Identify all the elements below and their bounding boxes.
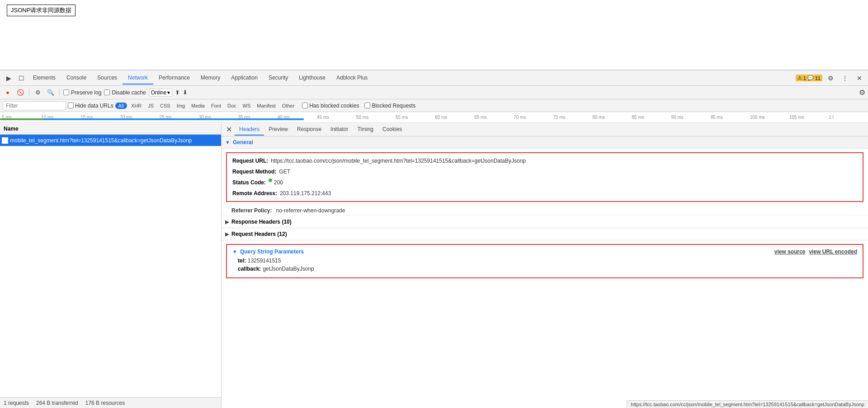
throttle-select[interactable]: Online ▾: [149, 89, 173, 97]
filter-doc-btn[interactable]: Doc: [225, 103, 239, 109]
general-arrow-icon: ▼: [225, 140, 230, 145]
devtools-settings-icon[interactable]: ⚙: [824, 72, 837, 84]
tab-application[interactable]: Application: [226, 72, 263, 84]
inspect-icon[interactable]: ▶: [2, 72, 15, 84]
details-close-button[interactable]: ✕: [223, 124, 235, 135]
msg-count: 11: [815, 75, 821, 81]
status-dot-icon: [269, 178, 272, 182]
request-headers-header[interactable]: ▶ Request Headers (12): [222, 228, 868, 240]
tab-console[interactable]: Console: [61, 72, 92, 84]
query-param-callback: callback: getJsonDataByJsonp: [232, 266, 857, 272]
filter-manifest-btn[interactable]: Manifest: [255, 103, 278, 109]
general-box: Request URL: https://tcc.taobao.com/cc/j…: [226, 152, 863, 202]
filter-img-btn[interactable]: Img: [175, 103, 187, 109]
download-icon[interactable]: ⬇: [183, 89, 188, 96]
query-string-header[interactable]: ▼ Query String Parameters view source vi…: [232, 249, 857, 255]
response-headers-header[interactable]: ▶ Response Headers (10): [222, 216, 868, 228]
query-links: view source view URL encoded: [774, 249, 857, 255]
filter-ws-btn[interactable]: WS: [241, 103, 253, 109]
request-row[interactable]: mobile_tel_segment.htm?tel=13259141515&c…: [0, 135, 221, 146]
request-indicator: [2, 137, 8, 144]
general-section-header[interactable]: ▼ General: [222, 136, 868, 149]
requests-panel: Name mobile_tel_segment.htm?tel=13259141…: [0, 123, 222, 408]
hide-data-urls-checkbox[interactable]: [68, 103, 74, 108]
detail-tab-preview[interactable]: Preview: [264, 124, 292, 136]
filter-all-btn[interactable]: All: [115, 103, 127, 109]
tab-memory[interactable]: Memory: [195, 72, 226, 84]
blocked-requests-label[interactable]: Blocked Requests: [364, 103, 415, 109]
upload-icon[interactable]: ⬆: [175, 89, 180, 96]
detail-tab-timing[interactable]: Timing: [353, 124, 378, 136]
query-arrow-icon: ▼: [232, 249, 237, 254]
network-settings-icon[interactable]: ⚙: [859, 88, 865, 97]
warning-count: 1: [803, 75, 806, 81]
tab-lighthouse[interactable]: Lighthouse: [293, 72, 331, 84]
page-content: JSONP请求非同源数据: [0, 0, 868, 70]
response-headers-section: ▶ Response Headers (10): [222, 216, 868, 228]
response-headers-arrow-icon: ▶: [225, 219, 229, 225]
blocked-requests-checkbox[interactable]: [364, 103, 370, 108]
devtools-tabs-bar: ▶ ☐ Elements Console Sources Network Per…: [0, 70, 868, 86]
clear-button[interactable]: 🚫: [15, 88, 25, 98]
devtools-more-icon[interactable]: ⋮: [839, 72, 851, 84]
query-string-box: ▼ Query String Parameters view source vi…: [226, 244, 863, 278]
tab-network[interactable]: Network: [123, 72, 153, 84]
tab-sources[interactable]: Sources: [92, 72, 123, 84]
warning-icon: ⚠: [797, 75, 802, 81]
bottom-url: https://tcc.taobao.com/cc/json/mobile_te…: [627, 400, 868, 408]
request-method-row: Request Method: GET: [232, 168, 857, 176]
disable-cache-checkbox[interactable]: [104, 89, 110, 95]
disable-cache-label[interactable]: Disable cache: [104, 89, 146, 96]
filter-xhr-btn[interactable]: XHR: [129, 103, 144, 109]
view-encoded-link[interactable]: view URL encoded: [809, 249, 857, 255]
filter-icon[interactable]: ⚙: [33, 88, 43, 98]
preserve-log-label[interactable]: Preserve log: [63, 89, 101, 96]
preserve-log-checkbox[interactable]: [63, 89, 69, 95]
tab-adblock[interactable]: Adblock Plus: [331, 72, 373, 84]
detail-tab-cookies[interactable]: Cookies: [378, 124, 406, 136]
message-icon: 💬: [807, 75, 814, 81]
tab-security[interactable]: Security: [263, 72, 293, 84]
details-content: ▼ General Request URL: https://tcc.taoba…: [222, 136, 868, 408]
query-param-tel: tel: 13259141515: [232, 258, 857, 264]
filter-css-btn[interactable]: CSS: [158, 103, 173, 109]
query-param-tel-name: tel:: [238, 258, 246, 264]
request-method-value: GET: [279, 168, 290, 176]
filter-js-btn[interactable]: JS: [146, 103, 156, 109]
status-bar: 1 requests 264 B transferred 176 B resou…: [0, 397, 221, 408]
request-method-label: Request Method:: [232, 168, 276, 176]
filter-input[interactable]: [3, 101, 66, 110]
detail-tab-initiator[interactable]: Initiator: [326, 124, 353, 136]
referrer-policy-row: Referrer Policy: no-referrer-when-downgr…: [222, 206, 868, 216]
view-source-link[interactable]: view source: [774, 249, 806, 255]
query-param-callback-value: getJsonDataByJsonp: [263, 266, 314, 272]
request-name: mobile_tel_segment.htm?tel=13259141515&c…: [10, 137, 192, 144]
devtools-right-icons: ⚠ 1 💬 11 ⚙ ⋮ ✕: [796, 72, 866, 84]
filter-media-btn[interactable]: Media: [189, 103, 207, 109]
response-headers-label: Response Headers (10): [231, 219, 292, 225]
detail-tab-headers[interactable]: Headers: [235, 124, 264, 136]
requests-count: 1 requests: [4, 400, 29, 406]
detail-tab-response[interactable]: Response: [292, 124, 326, 136]
request-url-label: Request URL:: [232, 157, 268, 165]
has-blocked-cookies-checkbox[interactable]: [302, 103, 308, 108]
tab-performance[interactable]: Performance: [153, 72, 195, 84]
transferred-size: 264 B transferred: [36, 400, 78, 406]
request-headers-arrow-icon: ▶: [225, 231, 229, 237]
query-param-tel-value: 13259141515: [248, 258, 281, 264]
filter-font-btn[interactable]: Font: [209, 103, 223, 109]
status-code-value: 200: [274, 178, 283, 187]
filter-other-btn[interactable]: Other: [280, 103, 297, 109]
warning-badge: ⚠ 1 💬 11: [796, 75, 822, 81]
request-url-row: Request URL: https://tcc.taobao.com/cc/j…: [232, 157, 857, 165]
search-icon[interactable]: 🔍: [46, 88, 56, 98]
name-column-header: Name: [0, 126, 221, 132]
devtools-close-icon[interactable]: ✕: [853, 72, 866, 84]
tab-elements[interactable]: Elements: [28, 72, 61, 84]
hide-data-urls-label[interactable]: Hide data URLs: [68, 103, 113, 109]
record-button[interactable]: ●: [3, 88, 13, 98]
device-icon[interactable]: ☐: [15, 72, 28, 84]
requests-list: mobile_tel_segment.htm?tel=13259141515&c…: [0, 135, 221, 397]
has-blocked-cookies-label[interactable]: Has blocked cookies: [302, 103, 359, 109]
general-section-label: General: [233, 139, 253, 145]
